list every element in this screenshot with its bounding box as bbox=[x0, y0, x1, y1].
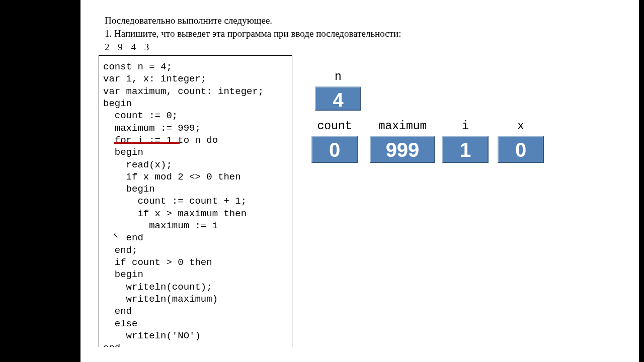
var-row-1: n 4 bbox=[315, 70, 361, 111]
var-x: x 0 bbox=[493, 120, 548, 163]
code-line: end. bbox=[103, 342, 126, 347]
code-line: begin bbox=[103, 98, 132, 109]
code-line: end bbox=[103, 232, 143, 243]
code-line: count := count + 1; bbox=[103, 196, 247, 207]
input-sequence: 2 9 4 3 bbox=[105, 41, 401, 54]
code-line: var maximum, count: integer; bbox=[103, 86, 264, 97]
var-count-label: count bbox=[302, 120, 367, 133]
code-line: end bbox=[103, 306, 132, 317]
task-header: Последовательно выполните следующее. 1. … bbox=[105, 14, 401, 54]
code-line: begin bbox=[103, 147, 143, 158]
code-line: if x mod 2 <> 0 then bbox=[103, 171, 241, 183]
code-line: const n = 4; bbox=[103, 61, 172, 72]
var-maximum-value: 999 bbox=[370, 136, 435, 163]
task-line2: 1. Напишите, что выведет эта программа п… bbox=[105, 27, 401, 40]
task-line1: Последовательно выполните следующее. bbox=[105, 14, 401, 27]
var-row-2: count 0 maximum 999 i 1 x 0 bbox=[302, 120, 548, 163]
code-line: writeln('NO') bbox=[103, 330, 201, 341]
code-line: read(x); bbox=[103, 159, 172, 170]
var-i: i 1 bbox=[438, 120, 493, 163]
var-count: count 0 bbox=[302, 120, 367, 163]
code-line: maximum := 999; bbox=[103, 123, 201, 134]
code-line: writeln(count); bbox=[103, 282, 212, 293]
document-page: Последовательно выполните следующее. 1. … bbox=[80, 0, 639, 362]
code-underline bbox=[114, 142, 180, 144]
code-listing: const n = 4; var i, x: integer; var maxi… bbox=[99, 55, 292, 347]
code-line: maximum := i bbox=[103, 220, 218, 231]
code-line-highlighted: for i := 1 to n do bbox=[103, 135, 218, 146]
code-line: begin bbox=[103, 184, 155, 195]
var-maximum: maximum 999 bbox=[367, 120, 438, 163]
code-line: writeln(maximum) bbox=[103, 294, 218, 305]
var-i-label: i bbox=[438, 120, 493, 133]
code-line: if count > 0 then bbox=[103, 257, 212, 268]
var-i-value: 1 bbox=[442, 136, 489, 163]
code-line: if x > maximum then bbox=[103, 208, 247, 219]
mouse-cursor-icon: ↖ bbox=[113, 231, 119, 239]
var-n-label: n bbox=[315, 70, 361, 83]
var-x-value: 0 bbox=[498, 136, 544, 163]
code-line: end; bbox=[103, 245, 137, 256]
var-maximum-label: maximum bbox=[367, 120, 438, 133]
code-line: begin bbox=[103, 269, 143, 280]
code-line: count := 0; bbox=[103, 110, 178, 121]
var-count-value: 0 bbox=[311, 136, 358, 163]
var-n: n 4 bbox=[315, 70, 361, 111]
var-x-label: x bbox=[493, 120, 548, 133]
code-line: var i, x: integer; bbox=[103, 73, 206, 84]
code-line: else bbox=[103, 318, 137, 329]
var-n-value: 4 bbox=[315, 86, 361, 111]
